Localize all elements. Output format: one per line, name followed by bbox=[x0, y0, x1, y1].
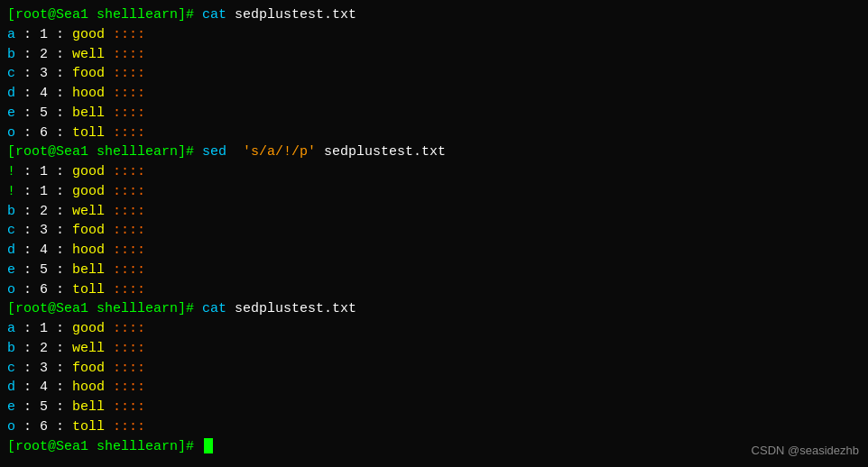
prompt-bracket: [root@Sea1 shelllearn]# bbox=[7, 439, 202, 454]
terminal-content: [root@Sea1 shelllearn]# cat sedplustest.… bbox=[7, 5, 861, 456]
command-text: cat sedplustest.txt bbox=[202, 301, 356, 316]
line-12: d : 4 : hood :::: bbox=[7, 241, 861, 261]
cursor bbox=[204, 438, 213, 453]
line-13: e : 5 : bell :::: bbox=[7, 261, 861, 280]
line-18: c : 3 : food :::: bbox=[7, 359, 861, 379]
line-6: o : 6 : toll :::: bbox=[7, 124, 861, 143]
command-text: sed 's/a/!/p' sedplustest.txt bbox=[202, 144, 446, 160]
line-16: a : 1 : good :::: bbox=[7, 319, 861, 339]
line-20: e : 5 : bell :::: bbox=[7, 398, 861, 417]
line-1: a : 1 : good :::: bbox=[7, 25, 861, 45]
line-7: [root@Sea1 shelllearn]# sed 's/a/!/p' se… bbox=[7, 142, 861, 162]
prompt-bracket: [root@Sea1 shelllearn]# bbox=[7, 7, 202, 23]
line-19: d : 4 : hood :::: bbox=[7, 378, 861, 398]
line-4: d : 4 : hood :::: bbox=[7, 84, 861, 104]
line-2: b : 2 : well :::: bbox=[7, 45, 861, 65]
terminal[interactable]: [root@Sea1 shelllearn]# cat sedplustest.… bbox=[0, 0, 868, 467]
prompt-bracket: [root@Sea1 shelllearn]# bbox=[7, 301, 202, 316]
line-3: c : 3 : food :::: bbox=[7, 64, 861, 84]
line-0: [root@Sea1 shelllearn]# cat sedplustest.… bbox=[7, 5, 861, 25]
prompt-bracket: [root@Sea1 shelllearn]# bbox=[7, 144, 202, 160]
line-5: e : 5 : bell :::: bbox=[7, 104, 861, 124]
line-17: b : 2 : well :::: bbox=[7, 339, 861, 359]
watermark: CSDN @seasidezhb bbox=[752, 443, 859, 460]
line-15: [root@Sea1 shelllearn]# cat sedplustest.… bbox=[7, 299, 861, 319]
line-21: o : 6 : toll :::: bbox=[7, 417, 861, 437]
line-8: ! : 1 : good :::: bbox=[7, 162, 861, 182]
line-10: b : 2 : well :::: bbox=[7, 202, 861, 222]
line-14: o : 6 : toll :::: bbox=[7, 280, 861, 300]
line-22: [root@Sea1 shelllearn]# bbox=[7, 437, 861, 457]
line-11: c : 3 : food :::: bbox=[7, 221, 861, 241]
line-9: ! : 1 : good :::: bbox=[7, 182, 861, 202]
command-text: cat sedplustest.txt bbox=[202, 7, 356, 23]
